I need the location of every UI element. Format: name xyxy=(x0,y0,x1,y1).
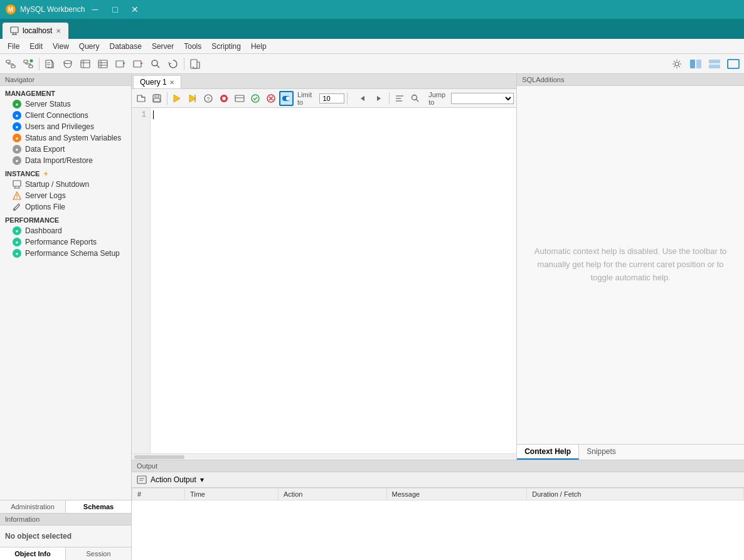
tab-object-info[interactable]: Object Info xyxy=(0,547,66,560)
drop-table-btn[interactable] xyxy=(130,56,146,72)
close-button[interactable]: ✕ xyxy=(125,0,145,19)
nav-perf-schema[interactable]: ● Performance Schema Setup xyxy=(0,248,131,259)
search-btn[interactable] xyxy=(147,56,164,72)
format-btn[interactable] xyxy=(392,91,407,106)
col-num: # xyxy=(132,489,185,500)
menu-edit[interactable]: Edit xyxy=(24,41,48,52)
main-layout: Navigator MANAGEMENT ● Server Status ● C… xyxy=(0,74,744,560)
menu-database[interactable]: Database xyxy=(105,41,147,52)
transaction-btn[interactable] xyxy=(232,91,247,106)
nav-perf-reports[interactable]: ● Performance Reports xyxy=(0,236,131,248)
query1-close[interactable]: ✕ xyxy=(169,79,174,86)
find-btn[interactable] xyxy=(408,91,422,106)
prev-result-btn[interactable] xyxy=(355,91,370,106)
toolbar-right xyxy=(669,56,741,72)
nav-perf-reports-label: Performance Reports xyxy=(25,238,97,246)
h-scrollbar[interactable] xyxy=(132,453,516,460)
nav-options-file[interactable]: Options File xyxy=(0,201,131,213)
svg-marker-54 xyxy=(174,95,180,102)
menu-file[interactable]: File xyxy=(3,41,24,52)
execute-current-btn[interactable] xyxy=(186,91,200,106)
menu-server[interactable]: Server xyxy=(147,41,179,52)
nav-data-import[interactable]: ● Data Import/Restore xyxy=(0,155,131,166)
inspect-table-btn[interactable] xyxy=(77,56,93,72)
layout-btn2[interactable] xyxy=(706,56,723,72)
create-table-btn[interactable] xyxy=(112,56,129,72)
limit-input[interactable] xyxy=(319,93,344,103)
query-tab-bar: Query 1 ✕ xyxy=(132,74,516,89)
create-schema-btn[interactable] xyxy=(60,56,76,72)
monitor-icon xyxy=(13,180,21,189)
q-sep3 xyxy=(389,92,390,105)
svg-line-76 xyxy=(416,99,418,102)
minimize-button[interactable]: ─ xyxy=(85,0,105,19)
settings-btn[interactable] xyxy=(669,56,685,72)
menu-query[interactable]: Query xyxy=(74,41,105,52)
export-btn[interactable] xyxy=(187,56,203,72)
svg-point-75 xyxy=(412,95,417,100)
svg-rect-77 xyxy=(137,476,146,483)
tab-context-help[interactable]: Context Help xyxy=(517,445,579,460)
table-data-btn[interactable] xyxy=(95,56,111,72)
svg-rect-31 xyxy=(134,61,141,67)
nav-server-logs[interactable]: Server Logs xyxy=(0,190,131,201)
nav-data-export[interactable]: ● Data Export xyxy=(0,144,131,155)
rollback-btn[interactable] xyxy=(263,91,278,106)
new-connection-btn[interactable] xyxy=(3,56,19,72)
limit-label: Limit to xyxy=(297,91,317,106)
limit-box: Limit to xyxy=(297,91,344,106)
explain-btn[interactable]: ? xyxy=(201,91,216,106)
layout-btn3[interactable] xyxy=(725,56,741,72)
maximize-button[interactable]: □ xyxy=(105,0,125,19)
query-editor[interactable]: 1 xyxy=(132,108,516,453)
svg-rect-40 xyxy=(709,65,720,68)
svg-rect-35 xyxy=(191,60,197,68)
manage-connections-btn[interactable] xyxy=(20,56,36,72)
layout-btn1[interactable] xyxy=(688,56,704,72)
stop-btn[interactable] xyxy=(216,91,231,106)
nav-server-status-label: Server Status xyxy=(25,100,71,108)
open-file-btn[interactable] xyxy=(134,91,149,106)
tab-snippets[interactable]: Snippets xyxy=(579,445,624,460)
menu-view[interactable]: View xyxy=(48,41,74,52)
svg-point-50 xyxy=(14,209,15,210)
nav-status-variables[interactable]: ● Status and System Variables xyxy=(0,132,131,144)
editor-content[interactable] xyxy=(151,108,516,453)
tab-localhost[interactable]: localhost ✕ xyxy=(3,23,68,39)
svg-rect-53 xyxy=(154,98,160,102)
tab-query1[interactable]: Query 1 ✕ xyxy=(133,75,181,88)
tab-schemas[interactable]: Schemas xyxy=(66,500,131,513)
query-toolbar: ? xyxy=(132,89,516,108)
open-sql-btn[interactable] xyxy=(42,56,58,72)
export-icon: ● xyxy=(13,145,21,154)
save-file-btn[interactable] xyxy=(150,91,164,106)
nav-startup-shutdown[interactable]: Startup / Shutdown xyxy=(0,179,131,190)
nav-client-connections[interactable]: ● Client Connections xyxy=(0,110,131,121)
execute-btn[interactable] xyxy=(170,91,184,106)
output-selector-bar: Action Output ▾ xyxy=(132,472,744,488)
tab-session[interactable]: Session xyxy=(66,547,131,560)
nav-users-privileges[interactable]: ● Users and Privileges xyxy=(0,121,131,132)
tab-administration[interactable]: Administration xyxy=(0,500,66,513)
nav-server-status[interactable]: ● Server Status xyxy=(0,98,131,110)
menu-tools[interactable]: Tools xyxy=(179,41,206,52)
jump-to-select[interactable] xyxy=(451,93,514,104)
app-icon: M xyxy=(5,4,16,15)
commit-btn[interactable] xyxy=(248,91,262,106)
nav-dashboard[interactable]: ● Dashboard xyxy=(0,225,131,236)
menu-scripting[interactable]: Scripting xyxy=(206,41,246,52)
context-help-tab-label: Context Help xyxy=(524,447,571,456)
line-numbers: 1 xyxy=(132,108,151,453)
menu-help[interactable]: Help xyxy=(246,41,272,52)
svg-point-49 xyxy=(16,198,18,199)
sql-additions-body: Automatic context help is disabled. Use … xyxy=(517,86,744,444)
tab-localhost-close[interactable]: ✕ xyxy=(56,28,61,34)
reconnect-btn[interactable] xyxy=(165,56,181,72)
nav-server-logs-label: Server Logs xyxy=(25,191,66,200)
output-dropdown-arrow[interactable]: ▾ xyxy=(200,475,204,484)
query-row: Query 1 ✕ xyxy=(132,74,744,460)
h-scrollbar-thumb[interactable] xyxy=(134,455,184,459)
svg-rect-52 xyxy=(155,95,159,97)
autocommit-btn[interactable] xyxy=(279,91,294,106)
next-result-btn[interactable] xyxy=(371,91,386,106)
